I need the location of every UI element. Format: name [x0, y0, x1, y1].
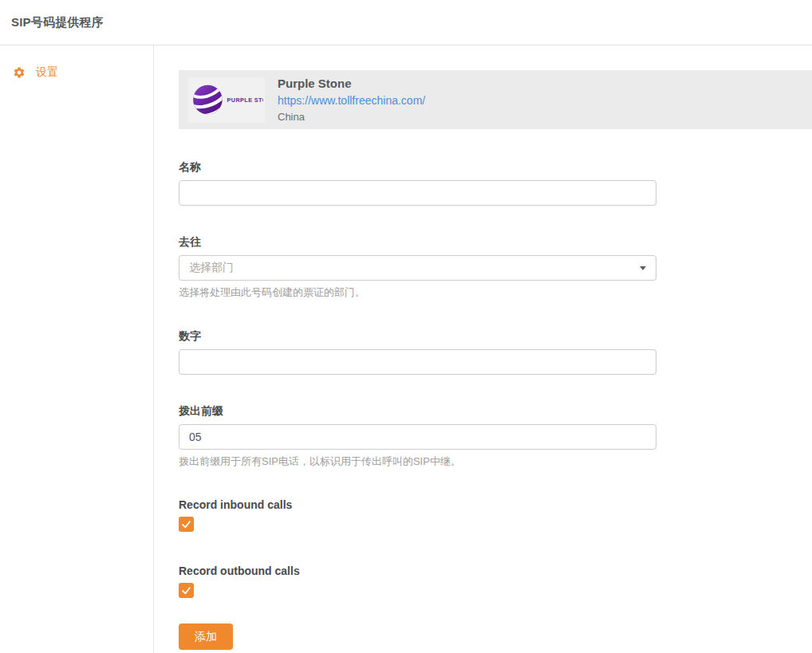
provider-logo: PURPLE STONE: [188, 77, 265, 123]
provider-card: PURPLE STONE Purple Stone https://www.to…: [179, 70, 812, 129]
department-select-placeholder: 选择部门: [189, 261, 234, 275]
checkmark-icon: [181, 585, 191, 596]
record-outbound-checkbox[interactable]: [179, 583, 194, 598]
gear-icon: [13, 66, 26, 79]
record-inbound-checkbox[interactable]: [179, 517, 194, 532]
sidebar-item-label: 设置: [36, 65, 58, 80]
prefix-field-label: 拨出前缀: [179, 404, 656, 419]
field-prefix: 拨出前缀 拨出前缀用于所有SIP电话，以标识用于传出呼叫的SIP中继。: [179, 404, 656, 469]
record-inbound-label: Record inbound calls: [179, 498, 656, 511]
provider-info: Purple Stone https://www.tollfreechina.c…: [278, 76, 425, 124]
sip-provider-form: 名称 去往 选择部门 选择将处理由此号码创建的票证的部门。 数字 拨出前缀 拨出…: [179, 160, 656, 650]
field-record-inbound: Record inbound calls: [179, 498, 656, 532]
logo-text: PURPLE STONE: [227, 96, 263, 104]
record-outbound-label: Record outbound calls: [179, 564, 656, 577]
provider-url-link[interactable]: https://www.tollfreechina.com/: [278, 93, 425, 108]
page-title: SIP号码提供程序: [11, 15, 104, 30]
add-button[interactable]: 添加: [179, 623, 233, 650]
number-field-label: 数字: [179, 329, 656, 344]
chevron-down-icon: [640, 266, 646, 270]
prefix-input[interactable]: [179, 424, 656, 450]
sidebar: 设置: [0, 45, 154, 653]
name-field-label: 名称: [179, 160, 656, 175]
prefix-helper-text: 拨出前缀用于所有SIP电话，以标识用于传出呼叫的SIP中继。: [179, 454, 656, 469]
field-name: 名称: [179, 160, 656, 206]
department-field-label: 去往: [179, 235, 656, 250]
field-record-outbound: Record outbound calls: [179, 564, 656, 598]
name-input[interactable]: [179, 180, 656, 206]
department-helper-text: 选择将处理由此号码创建的票证的部门。: [179, 285, 656, 300]
field-department: 去往 选择部门 选择将处理由此号码创建的票证的部门。: [179, 235, 656, 300]
field-number: 数字: [179, 329, 656, 375]
provider-country: China: [278, 110, 425, 124]
department-select[interactable]: 选择部门: [179, 255, 656, 281]
layout: 设置: [0, 45, 812, 653]
number-input[interactable]: [179, 349, 656, 375]
provider-name: Purple Stone: [278, 76, 425, 92]
sidebar-item-settings[interactable]: 设置: [0, 65, 153, 80]
top-bar: SIP号码提供程序: [0, 0, 812, 45]
checkmark-icon: [181, 519, 191, 529]
main-content: PURPLE STONE Purple Stone https://www.to…: [154, 45, 812, 653]
